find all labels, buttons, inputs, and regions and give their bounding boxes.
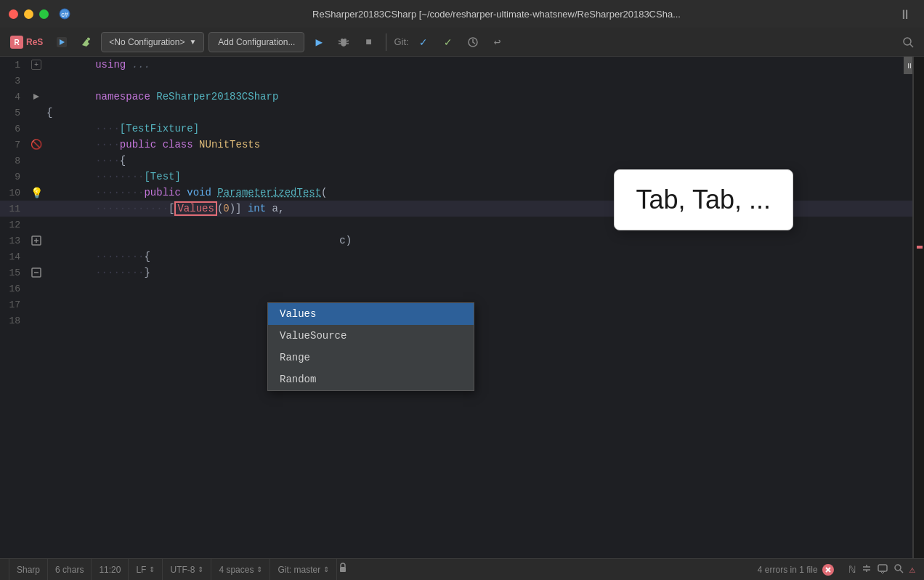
position-status[interactable]: 11:20 (92, 559, 129, 580)
line-ending-status[interactable]: LF ⇕ (129, 559, 163, 580)
resharper-icon: R (10, 36, 23, 49)
git-arrow: ⇕ (323, 565, 329, 573)
code-line-4: 4 namespace ReSharper20183CSharp (0, 89, 924, 105)
maximize-button[interactable] (39, 9, 49, 19)
svg-line-34 (900, 570, 903, 573)
play-icon-btn[interactable] (52, 32, 72, 52)
line-num-13: 13 (0, 235, 29, 246)
search-icon (902, 36, 914, 48)
svg-marker-32 (880, 571, 885, 573)
fold-square-minus-icon[interactable] (31, 267, 41, 278)
status-eq-icon (862, 563, 872, 573)
resharper-logo[interactable]: R ReS (6, 32, 47, 52)
search-button[interactable] (898, 32, 918, 52)
resharper-label: ReS (26, 37, 43, 47)
line-num-11: 11 (0, 204, 29, 214)
status-chat-icon (878, 563, 888, 573)
bulb-decoration-10[interactable]: 💡 (29, 187, 44, 199)
svg-point-15 (904, 38, 911, 45)
line-num-12: 12 (0, 219, 29, 230)
status-icon-3[interactable] (878, 563, 888, 576)
line-num-14: 14 (0, 251, 29, 262)
line-num-9: 9 (0, 172, 29, 182)
line-num-6: 6 (0, 124, 29, 134)
lock-icon-btn[interactable] (337, 562, 349, 577)
tab-tooltip: Tab, Tab, ... (614, 169, 793, 230)
play-icon (57, 37, 67, 47)
undo-button[interactable]: ↩ (487, 32, 508, 52)
ac-item-label: Values (280, 308, 316, 320)
fold-icon-1[interactable]: + (31, 60, 41, 70)
encoding-arrow: ⇕ (198, 565, 203, 573)
pause-button[interactable]: ⏸ (895, 4, 915, 25)
stop-button[interactable]: ■ (358, 32, 378, 52)
autocomplete-dropdown[interactable]: Values ValueSource Range Random (267, 302, 474, 391)
svg-line-16 (910, 44, 913, 47)
debug-button[interactable] (333, 32, 354, 52)
error-stop-icon (822, 564, 834, 576)
status-icon-2[interactable] (862, 563, 872, 576)
svg-rect-31 (878, 565, 887, 571)
config-dropdown[interactable]: <No Configuration> ▼ (101, 32, 204, 52)
fold-triangle-icon[interactable] (31, 92, 41, 102)
svg-line-10 (339, 41, 341, 41)
run-button[interactable]: ▶ (309, 32, 329, 52)
add-config-button[interactable]: Add Configuration... (208, 32, 304, 52)
code-line-16: 16 (0, 281, 924, 297)
fold-decoration-1[interactable]: + (29, 60, 44, 70)
minimap[interactable] (914, 57, 924, 558)
chevron-down-icon: ▼ (189, 38, 196, 46)
keyword-using: using (95, 59, 126, 71)
build-icon-btn[interactable] (76, 32, 97, 52)
traffic-lights (9, 9, 49, 19)
status-icon-4[interactable] (893, 563, 904, 576)
pause-marker[interactable]: ⏸ (904, 57, 912, 74)
ac-item-range[interactable]: Range (268, 347, 474, 368)
fold-decoration-15[interactable] (29, 267, 44, 278)
line-num-1: 1 (0, 60, 29, 71)
fold-decoration-13[interactable] (29, 235, 44, 246)
error-circle-icon (822, 564, 834, 576)
fold-decoration-4[interactable] (29, 92, 44, 102)
titlebar: c# ReSharper20183CSharp [~/code/resharpe… (0, 0, 924, 28)
line-num-8: 8 (0, 156, 29, 166)
encoding-status[interactable]: UTF-8 ⇕ (163, 559, 211, 580)
line-num-5: 5 (0, 108, 29, 118)
config-label: <No Configuration> (109, 37, 185, 47)
line-num-10: 10 (0, 188, 29, 198)
ac-item-random[interactable]: Random (268, 368, 474, 390)
history-icon (467, 36, 479, 48)
code-line-1: 1 + using ... (0, 57, 924, 73)
line-num-7: 7 (0, 140, 29, 150)
indent-status[interactable]: 4 spaces ⇕ (211, 559, 270, 580)
pause-icon: ⏸ (904, 62, 912, 69)
line-num-16: 16 (0, 283, 29, 294)
statusbar: Sharp 6 chars 11:20 LF ⇕ UTF-8 ⇕ 4 space… (0, 558, 924, 580)
lightbulb-icon[interactable]: 💡 (31, 187, 43, 199)
git-label: Git: (394, 36, 408, 47)
svg-rect-23 (340, 567, 346, 572)
status-icon-1[interactable]: ℕ (848, 564, 856, 575)
ac-item-values[interactable]: Values (268, 303, 474, 325)
lock-icon (337, 562, 349, 573)
scrollbar-track (912, 57, 914, 558)
code-editor[interactable]: 1 + using ... 3 4 namespace ReSharper201 (0, 57, 924, 558)
git-check-green-button[interactable]: ✓ (438, 32, 458, 52)
minimize-button[interactable] (24, 9, 33, 19)
status-icon-5[interactable]: ⚠ (909, 563, 915, 576)
git-status[interactable]: Git: master ⇕ (270, 559, 337, 580)
code-line-15: 15 ········} (0, 265, 924, 281)
status-right-icons: ℕ ⚠ (848, 563, 915, 576)
bug-icon (338, 36, 349, 48)
app-favicon: c# (57, 7, 72, 21)
history-button[interactable] (463, 32, 483, 52)
language-status[interactable]: Sharp (9, 559, 48, 580)
ac-item-valuesource[interactable]: ValueSource (268, 325, 474, 347)
chars-status[interactable]: 6 chars (48, 559, 92, 580)
line-ending-arrow: ⇕ (149, 565, 155, 573)
hammer-icon (81, 36, 92, 48)
git-check-blue-button[interactable]: ✓ (413, 32, 434, 52)
close-button[interactable] (9, 9, 18, 19)
fold-square-icon[interactable] (31, 235, 41, 246)
line-num-17: 17 (0, 299, 29, 310)
